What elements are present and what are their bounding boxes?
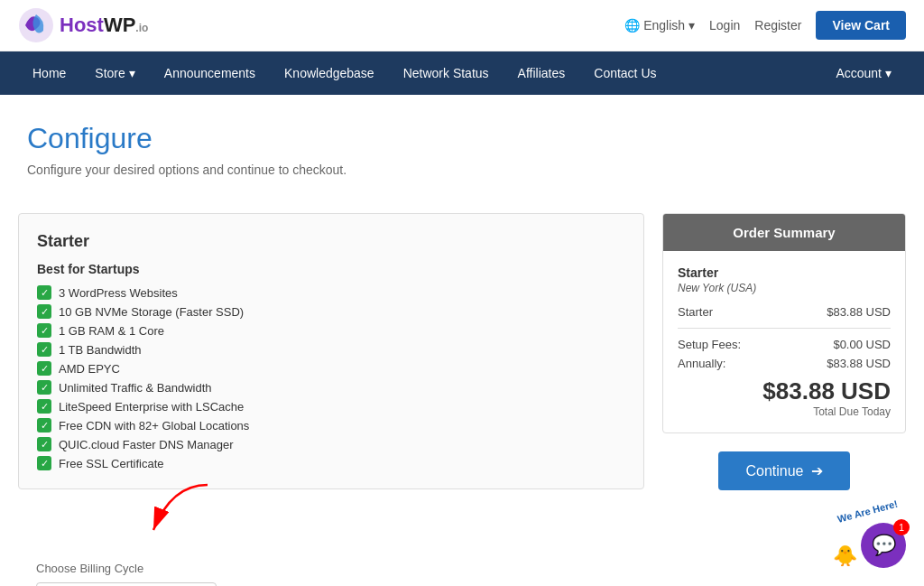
page-content: Configure Configure your desired options… [0, 95, 924, 213]
page-title: Configure [27, 122, 897, 155]
top-bar: HostWP.io 🌐 English ▾ Login Register Vie… [0, 0, 924, 51]
continue-button[interactable]: Continue ➔ [718, 451, 849, 490]
continue-label: Continue [745, 463, 803, 479]
feature-item: ✓1 GB RAM & 1 Core [37, 323, 625, 338]
order-setup-label: Setup Fees: [678, 338, 741, 351]
chat-icon: 💬 [872, 534, 896, 557]
nav-contact-us[interactable]: Contact Us [579, 51, 670, 95]
feature-item: ✓3 WordPress Websites [37, 285, 625, 300]
order-starter-line: Starter $83.88 USD [678, 305, 891, 319]
nav-store[interactable]: Store ▾ [80, 51, 149, 95]
order-summary: Order Summary Starter New York (USA) Sta… [662, 213, 906, 433]
order-summary-header: Order Summary [663, 214, 905, 251]
feature-text: 10 GB NVMe Storage (Faster SSD) [59, 305, 244, 319]
arrow-right-icon: ➔ [811, 462, 823, 479]
login-link[interactable]: Login [709, 18, 740, 33]
top-bar-links: 🌐 English ▾ Login Register View Cart [624, 11, 906, 40]
order-total-label: Total Due Today [678, 405, 891, 418]
nav-network-status[interactable]: Network Status [389, 51, 504, 95]
right-panel: Order Summary Starter New York (USA) Sta… [662, 213, 906, 490]
main-layout: Starter Best for Startups ✓3 WordPress W… [0, 213, 924, 586]
best-for: Best for Startups [37, 262, 625, 276]
order-summary-body: Starter New York (USA) Starter $83.88 US… [663, 251, 905, 433]
feature-text: Free CDN with 82+ Global Locations [59, 419, 249, 433]
arrow-annotation [36, 507, 626, 562]
nav-announcements[interactable]: Announcements [150, 51, 270, 95]
billing-label: Choose Billing Cycle [36, 562, 626, 575]
order-annually-label: Annually: [678, 357, 725, 370]
check-icon: ✓ [37, 399, 51, 414]
nav-account[interactable]: Account ▾ [821, 51, 906, 95]
language-selector[interactable]: 🌐 English ▾ [624, 18, 695, 33]
billing-section: Choose Billing Cycle 1 Month Price - $9.… [18, 507, 644, 586]
check-icon: ✓ [37, 285, 51, 300]
register-link[interactable]: Register [754, 18, 801, 33]
feature-text: 1 GB RAM & 1 Core [59, 324, 164, 338]
nav-bar: Home Store ▾ Announcements Knowledgebase… [0, 51, 924, 95]
red-arrow-svg [117, 480, 226, 544]
order-product-name: Starter [678, 265, 891, 280]
check-icon: ✓ [37, 342, 51, 357]
logo[interactable]: HostWP.io [18, 7, 148, 43]
order-divider [678, 328, 891, 329]
feature-text: 3 WordPress Websites [59, 286, 178, 300]
chevron-down-icon: ▾ [688, 18, 695, 33]
feature-item: ✓1 TB Bandwidth [37, 342, 625, 357]
feature-text: Free SSL Certificate [59, 457, 164, 470]
feature-item: ✓Free CDN with 82+ Global Locations [37, 418, 625, 433]
feature-item: ✓Unlimited Traffic & Bandwidth [37, 380, 625, 395]
check-icon: ✓ [37, 418, 51, 433]
check-icon: ✓ [37, 437, 51, 451]
product-name: Starter [37, 232, 625, 251]
order-annually-line: Annually: $83.88 USD [678, 357, 891, 370]
feature-text: LiteSpeed Enterprise with LSCache [59, 400, 244, 414]
check-icon: ✓ [37, 456, 51, 470]
chat-duck-icon: 🐥 [833, 544, 857, 568]
feature-item: ✓10 GB NVMe Storage (Faster SSD) [37, 304, 625, 319]
nav-knowledgebase[interactable]: Knowledgebase [270, 51, 389, 95]
view-cart-button[interactable]: View Cart [816, 11, 906, 40]
order-setup-line: Setup Fees: $0.00 USD [678, 338, 891, 351]
nav-affiliates[interactable]: Affiliates [504, 51, 580, 95]
feature-text: Unlimited Traffic & Bandwidth [59, 381, 212, 395]
feature-item: ✓QUIC.cloud Faster DNS Manager [37, 437, 625, 451]
order-starter-price: $83.88 USD [827, 305, 891, 319]
order-product-location: New York (USA) [678, 282, 891, 294]
billing-cycle-select[interactable]: 1 Month Price - $9.99 USD12 Month Price … [36, 582, 217, 586]
continue-btn-wrap: Continue ➔ [662, 451, 906, 490]
logo-text: HostWP.io [60, 14, 148, 37]
check-icon: ✓ [37, 304, 51, 319]
check-icon: ✓ [37, 361, 51, 376]
feature-item: ✓LiteSpeed Enterprise with LSCache [37, 399, 625, 414]
order-setup-price: $0.00 USD [833, 338, 891, 351]
order-starter-label: Starter [678, 305, 713, 319]
order-annually-price: $83.88 USD [827, 357, 891, 370]
chevron-down-icon: ▾ [129, 66, 135, 80]
feature-list: ✓3 WordPress Websites✓10 GB NVMe Storage… [37, 285, 625, 470]
feature-text: 1 TB Bandwidth [59, 343, 142, 357]
chat-open-button[interactable]: 💬 1 [861, 523, 906, 568]
check-icon: ✓ [37, 323, 51, 338]
chat-badge: 1 [893, 519, 910, 535]
chevron-down-icon: ▾ [885, 66, 892, 80]
feature-text: QUIC.cloud Faster DNS Manager [59, 438, 234, 451]
feature-item: ✓AMD EPYC [37, 361, 625, 376]
order-total-amount: $83.88 USD [678, 377, 891, 405]
feature-text: AMD EPYC [59, 362, 120, 376]
left-panel: Starter Best for Startups ✓3 WordPress W… [18, 213, 644, 586]
globe-icon: 🌐 [624, 18, 640, 33]
page-subtitle: Configure your desired options and conti… [27, 163, 897, 177]
feature-item: ✓Free SSL Certificate [37, 456, 625, 470]
configure-box: Starter Best for Startups ✓3 WordPress W… [18, 213, 644, 489]
check-icon: ✓ [37, 380, 51, 395]
chat-widget: We Are Here! 🐥 💬 1 [833, 506, 906, 568]
nav-home[interactable]: Home [18, 51, 80, 95]
